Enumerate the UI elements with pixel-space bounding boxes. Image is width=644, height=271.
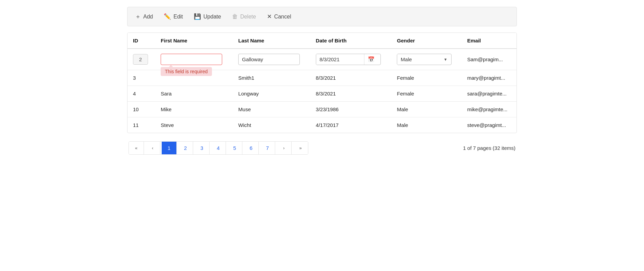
row-id: 3 bbox=[128, 70, 155, 86]
row-email: steve@pragimt... bbox=[462, 117, 516, 133]
row-id: 4 bbox=[128, 86, 155, 102]
row-last-name: Longway bbox=[233, 86, 310, 102]
page-number-button[interactable]: 7 bbox=[260, 142, 275, 154]
table-row: 11SteveWicht4/17/2017Malesteve@pragimt..… bbox=[128, 117, 516, 133]
calendar-icon: 📅 bbox=[368, 56, 375, 62]
row-dob: 8/3/2021 bbox=[310, 86, 391, 102]
gender-select-wrapper: Male Female Other ▾ bbox=[397, 54, 452, 65]
pagination-buttons: « ‹ 1234567› » bbox=[129, 141, 308, 155]
update-button[interactable]: 💾 Update bbox=[192, 12, 223, 21]
page-number-button[interactable]: 1 bbox=[162, 142, 177, 154]
row-gender: Female bbox=[391, 70, 461, 86]
row-gender: Female bbox=[391, 86, 461, 102]
row-last-name: Wicht bbox=[233, 117, 310, 133]
calendar-button[interactable]: 📅 bbox=[364, 54, 378, 65]
cancel-icon: ✕ bbox=[267, 13, 272, 20]
row-dob: 8/3/2021 bbox=[310, 70, 391, 86]
edit-row-email-cell: Sam@pragim... bbox=[462, 49, 516, 70]
page-number-button[interactable]: 6 bbox=[244, 142, 259, 154]
edit-label: Edit bbox=[173, 14, 183, 20]
col-header-gender: Gender bbox=[391, 33, 461, 49]
row-first-name: Sara bbox=[155, 86, 233, 102]
pagination-info: 1 of 7 pages (32 items) bbox=[463, 145, 515, 151]
page-number-button[interactable]: 4 bbox=[211, 142, 226, 154]
update-label: Update bbox=[203, 14, 221, 20]
col-header-dob: Date of Birth bbox=[310, 33, 391, 49]
row-last-name: Smith1 bbox=[233, 70, 310, 86]
row-email: mary@pragimt... bbox=[462, 70, 516, 86]
page-prev-button[interactable]: ‹ bbox=[145, 142, 160, 154]
table-header-row: ID First Name Last Name Date of Birth Ge… bbox=[128, 33, 516, 49]
email-value: Sam@pragim... bbox=[467, 56, 503, 62]
dropdown-arrow-icon: ▾ bbox=[442, 57, 450, 62]
last-name-input[interactable] bbox=[238, 54, 300, 65]
page-number-button[interactable]: 3 bbox=[194, 142, 210, 154]
page-first-button[interactable]: « bbox=[129, 142, 144, 154]
delete-label: Delete bbox=[240, 14, 256, 20]
edit-row-last-name-cell bbox=[233, 49, 310, 70]
col-header-last-name: Last Name bbox=[233, 33, 310, 49]
table-row: 4SaraLongway8/3/2021Femalesara@pragimte.… bbox=[128, 86, 516, 102]
col-header-email: Email bbox=[462, 33, 516, 49]
row-gender: Male bbox=[391, 117, 461, 133]
update-icon: 💾 bbox=[194, 13, 201, 20]
first-name-input[interactable] bbox=[161, 54, 222, 65]
cancel-button[interactable]: ✕ Cancel bbox=[266, 12, 293, 21]
page-number-button[interactable]: 2 bbox=[178, 142, 193, 154]
row-first-name: Steve bbox=[155, 117, 233, 133]
row-dob: 3/23/1986 bbox=[310, 102, 391, 117]
row-dob: 4/17/2017 bbox=[310, 117, 391, 133]
edit-row-first-name-cell: This field is required bbox=[155, 49, 233, 70]
page-number-button[interactable]: 5 bbox=[227, 142, 242, 154]
first-name-validation-wrapper: This field is required bbox=[161, 54, 222, 65]
table-row: 10MikeMuse3/23/1986Malemike@pragimte... bbox=[128, 102, 516, 117]
pagination-bar: « ‹ 1234567› » 1 of 7 pages (32 items) bbox=[127, 139, 517, 157]
delete-icon: 🗑 bbox=[232, 13, 238, 20]
row-first-name bbox=[155, 70, 233, 86]
id-display: 2 bbox=[133, 54, 148, 65]
row-last-name: Muse bbox=[233, 102, 310, 117]
col-header-first-name: First Name bbox=[155, 33, 233, 49]
edit-row-gender-cell: Male Female Other ▾ bbox=[391, 49, 461, 70]
add-button[interactable]: ＋ Add bbox=[134, 12, 154, 21]
row-gender: Male bbox=[391, 102, 461, 117]
gender-select[interactable]: Male Female Other bbox=[397, 54, 442, 65]
cancel-label: Cancel bbox=[274, 14, 291, 20]
page-next-button[interactable]: › bbox=[277, 142, 292, 154]
add-label: Add bbox=[143, 14, 153, 20]
page-last-button[interactable]: » bbox=[293, 142, 308, 154]
table-row: 3Smith18/3/2021Femalemary@pragimt... bbox=[128, 70, 516, 86]
col-header-id: ID bbox=[128, 33, 155, 49]
add-icon: ＋ bbox=[135, 13, 141, 21]
row-email: sara@pragimte... bbox=[462, 86, 516, 102]
row-id: 10 bbox=[128, 102, 155, 117]
row-id: 11 bbox=[128, 117, 155, 133]
dob-input-wrapper: 📅 bbox=[316, 54, 381, 65]
edit-row-dob-cell: 📅 bbox=[310, 49, 391, 70]
edit-row-id: 2 bbox=[128, 49, 155, 70]
edit-button[interactable]: ✏️ Edit bbox=[162, 12, 184, 21]
delete-button[interactable]: 🗑 Delete bbox=[231, 13, 257, 21]
edit-row: 2 This field is required bbox=[128, 49, 516, 70]
dob-input[interactable] bbox=[316, 54, 364, 65]
edit-icon: ✏️ bbox=[164, 13, 171, 20]
data-grid: ID First Name Last Name Date of Birth Ge… bbox=[127, 33, 517, 133]
row-email: mike@pragimte... bbox=[462, 102, 516, 117]
toolbar: ＋ Add ✏️ Edit 💾 Update 🗑 Delete ✕ Cancel bbox=[127, 7, 517, 26]
row-first-name: Mike bbox=[155, 102, 233, 117]
